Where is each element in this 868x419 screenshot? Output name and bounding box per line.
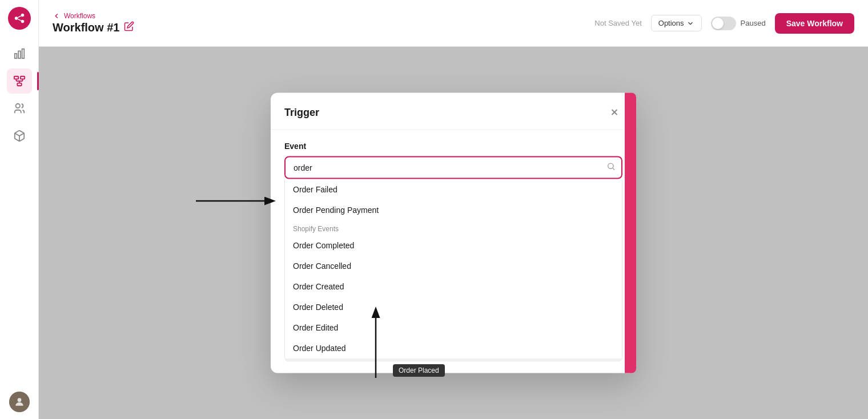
svg-point-17 bbox=[17, 398, 21, 402]
event-item-order-pending-payment[interactable]: Order Pending Payment bbox=[285, 200, 622, 220]
chevron-down-icon bbox=[686, 19, 694, 27]
topbar-right: Not Saved Yet Options Paused Save Workfl… bbox=[594, 13, 854, 34]
avatar-image bbox=[9, 392, 30, 412]
app-logo[interactable] bbox=[8, 7, 31, 30]
sidebar-item-analytics[interactable] bbox=[7, 41, 32, 66]
topbar-left: Workflows Workflow #1 bbox=[53, 12, 134, 34]
svg-rect-5 bbox=[14, 54, 17, 58]
svg-point-0 bbox=[14, 17, 18, 20]
sidebar-item-users[interactable] bbox=[7, 96, 32, 121]
chevron-left-icon bbox=[53, 12, 61, 20]
event-item-order-completed[interactable]: Order Completed bbox=[285, 235, 622, 256]
user-avatar[interactable] bbox=[9, 392, 30, 412]
modal-header: Trigger bbox=[271, 93, 636, 130]
svg-point-20 bbox=[608, 163, 613, 168]
paused-toggle[interactable] bbox=[711, 17, 736, 30]
svg-line-4 bbox=[18, 19, 21, 21]
event-item-order-failed[interactable]: Order Failed bbox=[285, 179, 622, 200]
toggle-container: Paused bbox=[711, 17, 766, 30]
svg-line-3 bbox=[18, 16, 21, 18]
svg-rect-6 bbox=[18, 51, 21, 58]
breadcrumb[interactable]: Workflows bbox=[53, 12, 134, 20]
modal-title: Trigger bbox=[284, 106, 319, 118]
svg-point-15 bbox=[15, 104, 19, 108]
page-title: Workflow #1 bbox=[53, 21, 119, 34]
svg-rect-10 bbox=[17, 83, 21, 86]
shopify-events-group-label: Shopify Events bbox=[285, 220, 622, 235]
close-icon bbox=[609, 107, 620, 118]
event-item-order-created[interactable]: Order Created bbox=[285, 276, 622, 297]
sidebar bbox=[0, 0, 39, 419]
modal-accent-bar bbox=[625, 93, 636, 373]
modal-close-button[interactable] bbox=[606, 104, 622, 120]
svg-line-21 bbox=[613, 168, 614, 170]
svg-rect-9 bbox=[20, 76, 24, 79]
sidebar-nav bbox=[0, 41, 38, 392]
search-icon bbox=[606, 162, 616, 174]
svg-rect-8 bbox=[14, 76, 18, 79]
main-content: Trigger Event Order Failed bbox=[39, 47, 868, 419]
order-placed-tooltip: Order Placed bbox=[393, 364, 445, 377]
svg-point-1 bbox=[21, 14, 24, 17]
topbar: Workflows Workflow #1 Not Saved Yet Opti… bbox=[39, 0, 868, 47]
svg-point-2 bbox=[21, 20, 24, 23]
toggle-label: Paused bbox=[741, 19, 766, 27]
sidebar-item-packages[interactable] bbox=[7, 123, 32, 148]
event-label: Event bbox=[284, 142, 622, 151]
event-item-order-cancelled[interactable]: Order Cancelled bbox=[285, 256, 622, 276]
breadcrumb-label: Workflows bbox=[64, 12, 95, 20]
svg-rect-7 bbox=[22, 49, 24, 59]
event-search-input[interactable] bbox=[284, 156, 622, 179]
status-text: Not Saved Yet bbox=[594, 19, 641, 27]
options-button[interactable]: Options bbox=[651, 15, 702, 31]
toggle-knob bbox=[712, 18, 724, 29]
annotation-arrow-1 bbox=[190, 184, 282, 218]
sidebar-item-workflows[interactable] bbox=[7, 69, 32, 94]
edit-icon[interactable] bbox=[124, 21, 134, 34]
search-container bbox=[284, 156, 622, 179]
save-workflow-button[interactable]: Save Workflow bbox=[775, 13, 854, 34]
page-title-container: Workflow #1 bbox=[53, 21, 134, 34]
